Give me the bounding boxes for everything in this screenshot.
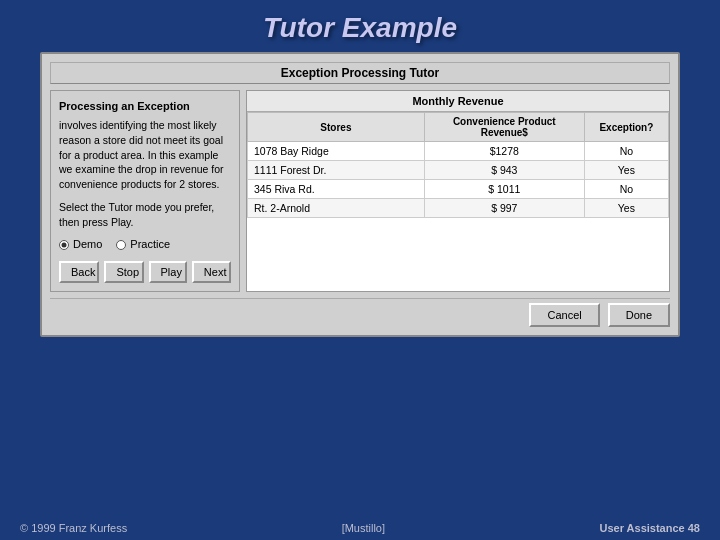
cell-store: 1111 Forest Dr. [248, 161, 425, 180]
left-panel: Processing an Exception involves identif… [50, 90, 240, 292]
page-title: Tutor Example [263, 12, 457, 44]
right-panel: Monthly Revenue Stores Convenience Produ… [246, 90, 670, 292]
back-button[interactable]: Back [59, 261, 99, 283]
radio-practice-circle [116, 240, 126, 250]
col-header-stores: Stores [248, 113, 425, 142]
cancel-button[interactable]: Cancel [529, 303, 599, 327]
bottom-button-row: Cancel Done [50, 298, 670, 327]
window-title-bar: Exception Processing Tutor [50, 62, 670, 84]
cell-revenue: $ 1011 [424, 180, 584, 199]
nav-button-row: Back Stop Play Next [59, 261, 231, 283]
footer-right: User Assistance 48 [600, 522, 701, 534]
window-body: Processing an Exception involves identif… [50, 90, 670, 292]
main-window: Exception Processing Tutor Processing an… [40, 52, 680, 337]
left-panel-body: involves identifying the most likely rea… [59, 118, 231, 191]
cell-revenue: $1278 [424, 142, 584, 161]
play-button[interactable]: Play [149, 261, 187, 283]
next-button[interactable]: Next [192, 261, 231, 283]
table-row: Rt. 2-Arnold$ 997Yes [248, 199, 669, 218]
cell-exception: No [584, 142, 668, 161]
data-table: Stores Convenience Product Revenue$ Exce… [247, 112, 669, 218]
cell-revenue: $ 997 [424, 199, 584, 218]
cell-store: 1078 Bay Ridge [248, 142, 425, 161]
footer-left: © 1999 Franz Kurfess [20, 522, 127, 534]
stop-button[interactable]: Stop [104, 261, 143, 283]
cell-revenue: $ 943 [424, 161, 584, 180]
col-header-exception: Exception? [584, 113, 668, 142]
left-panel-title: Processing an Exception [59, 99, 231, 114]
cell-store: Rt. 2-Arnold [248, 199, 425, 218]
radio-demo-option[interactable]: Demo [59, 237, 102, 252]
radio-group: Demo Practice [59, 237, 231, 252]
radio-practice-option[interactable]: Practice [116, 237, 170, 252]
done-button[interactable]: Done [608, 303, 670, 327]
cell-exception: Yes [584, 161, 668, 180]
radio-demo-circle [59, 240, 69, 250]
table-row: 1111 Forest Dr.$ 943Yes [248, 161, 669, 180]
table-row: 345 Riva Rd.$ 1011No [248, 180, 669, 199]
cell-exception: Yes [584, 199, 668, 218]
radio-practice-label: Practice [130, 237, 170, 252]
table-section-title: Monthly Revenue [247, 91, 669, 112]
left-panel-instruction: Select the Tutor mode you prefer, then p… [59, 200, 231, 229]
radio-demo-label: Demo [73, 237, 102, 252]
footer-center: [Mustillo] [342, 522, 385, 534]
footer: © 1999 Franz Kurfess [Mustillo] User Ass… [0, 516, 720, 540]
col-header-revenue: Convenience Product Revenue$ [424, 113, 584, 142]
cell-exception: No [584, 180, 668, 199]
cell-store: 345 Riva Rd. [248, 180, 425, 199]
table-row: 1078 Bay Ridge$1278No [248, 142, 669, 161]
